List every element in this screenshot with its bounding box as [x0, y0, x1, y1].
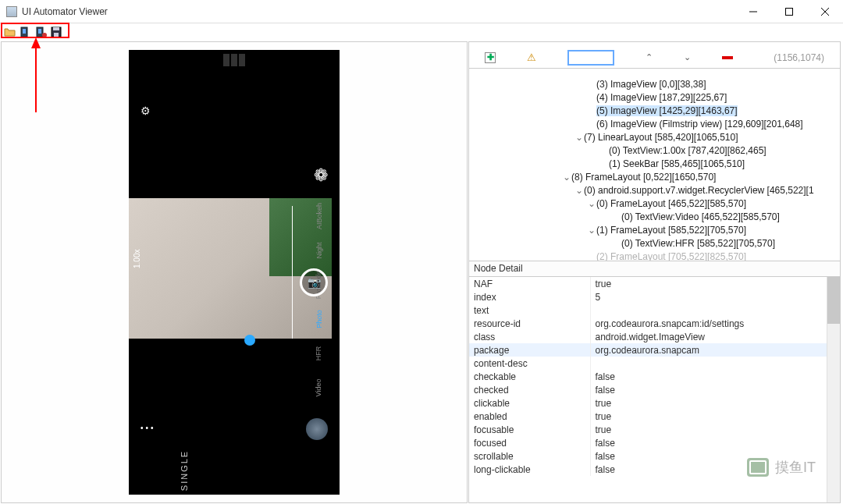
tree-node[interactable]: (0) TextView:HFR [585,522][705,570]	[475, 237, 837, 250]
node-detail[interactable]: NAFtrueindex5textresource-idorg.codeauro…	[468, 277, 841, 503]
tree-node[interactable]: ⌄(8) FrameLayout [0,522][1650,570]	[475, 171, 837, 184]
tree-label[interactable]: (0) TextView:1.00x [787,420][862,465]	[609, 145, 767, 156]
tree-label[interactable]: (3) ImageView [0,0][38,38]	[596, 79, 706, 90]
detail-value: false	[590, 383, 840, 396]
detail-header: Node Detail	[468, 261, 841, 277]
detail-key: enabled	[469, 410, 590, 423]
search-input[interactable]	[567, 50, 614, 66]
detail-key: checkable	[469, 370, 590, 383]
svg-point-10	[42, 33, 47, 37]
tree-label[interactable]: (6) ImageView (Filmstrip view) [129,609]…	[596, 119, 803, 130]
gallery-thumb	[306, 418, 328, 440]
detail-row[interactable]: clickabletrue	[469, 396, 840, 410]
tree-toggle[interactable]: ⌄	[588, 197, 596, 211]
tree-label[interactable]: (1) FrameLayout [585,522][705,570]	[596, 225, 746, 236]
detail-value: true	[590, 396, 840, 410]
screenshot-pane[interactable]: ⚙ ❁ 1.00x AIBokehNightProModePhotoHFRVid…	[1, 41, 468, 503]
window-title: UI Automator Viewer	[22, 6, 108, 17]
v-scrollbar[interactable]	[827, 277, 840, 502]
tree-label[interactable]: (4) ImageView [187,29][225,67]	[596, 92, 727, 103]
tree-label[interactable]: (0) TextView:Video [465,522][585,570]	[621, 211, 780, 222]
detail-row[interactable]: content-desc	[469, 357, 840, 370]
detail-value	[590, 357, 840, 370]
detail-row[interactable]: packageorg.codeaurora.snapcam	[469, 343, 840, 357]
detail-key: package	[469, 343, 590, 357]
detail-key: focused	[469, 436, 590, 449]
detail-row[interactable]: checkedfalse	[469, 383, 840, 396]
maximize-button[interactable]	[771, 0, 807, 23]
svg-rect-7	[23, 29, 26, 34]
tree-node[interactable]: ⌄(0) android.support.v7.widget.RecyclerV…	[475, 184, 837, 197]
tree-node[interactable]: (1) SeekBar [585,465][1065,510]	[475, 158, 837, 171]
tree-node[interactable]: ⌄(7) LinearLayout [585,420][1065,510]	[475, 131, 837, 144]
detail-row[interactable]: classandroid.widget.ImageView	[469, 330, 840, 343]
tree-toggle[interactable]: ⌄	[588, 224, 596, 237]
device-screenshot: ⚙ ❁ 1.00x AIBokehNightProModePhotoHFRVid…	[129, 50, 340, 495]
svg-rect-3	[786, 8, 793, 15]
tree-label[interactable]: (1) SeekBar [585,465][1065,510]	[609, 158, 745, 169]
shot-mode: SINGLE	[180, 450, 189, 491]
detail-value: android.widget.ImageView	[590, 330, 840, 343]
detail-value: org.codeaurora.snapcam	[590, 343, 840, 357]
tree-node[interactable]: (0) TextView:Video [465,522][585,570]	[475, 211, 837, 224]
tree-label[interactable]: (7) LinearLayout [585,420][1065,510]	[584, 132, 738, 143]
svg-rect-9	[38, 29, 41, 34]
svg-rect-12	[53, 27, 59, 30]
hierarchy-tree[interactable]: (3) ImageView [0,0][38,38](4) ImageView …	[468, 68, 841, 261]
coordinates: (1156,1074)	[774, 52, 824, 63]
detail-key: long-clickable	[469, 463, 590, 476]
detail-value: true	[590, 423, 840, 436]
detail-row[interactable]: resource-idorg.codeaurora.snapcam:id/set…	[469, 317, 840, 330]
tree-label[interactable]: (2) FrameLayout [705,522][825,570]	[596, 251, 746, 261]
close-button[interactable]	[807, 0, 843, 23]
expand-all-icon[interactable]: ✚	[485, 52, 496, 63]
camera-modes: AIBokehNightProModePhotoHFRVideo	[304, 206, 333, 398]
tree-label[interactable]: (0) TextView:HFR [585,522][705,570]	[621, 238, 775, 249]
minimize-button[interactable]	[735, 0, 771, 23]
mode-video: Video	[315, 379, 323, 397]
warning-icon[interactable]: ⚠	[527, 51, 536, 63]
detail-row[interactable]: checkablefalse	[469, 370, 840, 383]
tree-node[interactable]: (4) ImageView [187,29][225,67]	[475, 91, 837, 105]
device-screenshot-compressed-icon[interactable]	[34, 26, 48, 38]
detail-row[interactable]: focusedfalse	[469, 436, 840, 449]
svg-rect-13	[54, 33, 59, 37]
detail-row[interactable]: index5	[469, 290, 840, 303]
tree-toggle[interactable]: ⌄	[575, 131, 583, 144]
app-icon	[6, 6, 17, 17]
detail-row[interactable]: focusabletrue	[469, 423, 840, 436]
tree-node[interactable]: (2) FrameLayout [705,522][825,570]	[475, 250, 837, 261]
tree-label[interactable]: (8) FrameLayout [0,522][1650,570]	[571, 172, 716, 183]
open-icon[interactable]	[3, 26, 17, 38]
tree-node[interactable]: (3) ImageView [0,0][38,38]	[475, 78, 837, 91]
tree-toggle[interactable]: ⌄	[575, 184, 583, 197]
next-icon[interactable]: ⌄	[684, 52, 691, 62]
detail-row[interactable]: enabledtrue	[469, 410, 840, 423]
tree-node[interactable]: (5) ImageView [1425,29][1463,67]	[475, 105, 837, 118]
tree-node[interactable]: (0) TextView:1.00x [787,420][862,465]	[475, 144, 837, 158]
detail-key: NAF	[469, 277, 590, 290]
tree-node[interactable]: (6) ImageView (Filmstrip view) [129,609]…	[475, 118, 837, 131]
tree-toggle[interactable]: ⌄	[563, 171, 571, 184]
detail-value: false	[590, 463, 840, 476]
tree-label[interactable]: (5) ImageView [1425,29][1463,67]	[596, 105, 738, 116]
detail-key: content-desc	[469, 357, 590, 370]
tree-node[interactable]: ⌄(1) FrameLayout [585,522][705,570]	[475, 224, 837, 237]
shutter-icon: 📷	[300, 268, 328, 296]
tree-label[interactable]: (0) FrameLayout [465,522][585,570]	[596, 198, 746, 209]
detail-row[interactable]: scrollablefalse	[469, 449, 840, 463]
save-icon[interactable]	[50, 26, 64, 38]
detail-row[interactable]: long-clickablefalse	[469, 463, 840, 476]
device-screenshot-icon[interactable]	[19, 26, 33, 38]
gear-icon: ⚙	[140, 105, 151, 117]
tree-toolbar: ✚ ⚠ ⌃ ⌄ (1156,1074)	[468, 41, 841, 68]
detail-key: scrollable	[469, 449, 590, 463]
tree-node[interactable]: ⌄(0) FrameLayout [465,522][585,570]	[475, 197, 837, 211]
detail-row[interactable]: NAFtrue	[469, 277, 840, 290]
clear-icon[interactable]	[722, 56, 733, 59]
detail-key: resource-id	[469, 317, 590, 330]
mode-night: Night	[315, 242, 323, 258]
prev-icon[interactable]: ⌃	[646, 52, 653, 62]
tree-label[interactable]: (0) android.support.v7.widget.RecyclerVi…	[584, 185, 814, 196]
detail-row[interactable]: text	[469, 303, 840, 317]
